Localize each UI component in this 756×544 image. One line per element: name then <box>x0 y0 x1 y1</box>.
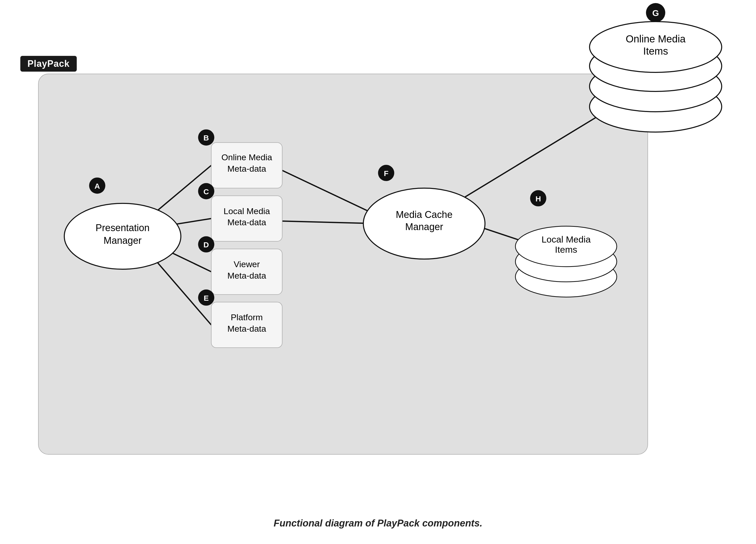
svg-text:Local Media: Local Media <box>542 235 591 245</box>
svg-text:Online Media: Online Media <box>626 33 686 44</box>
svg-text:Online Media: Online Media <box>221 152 272 162</box>
svg-text:A: A <box>95 182 100 190</box>
svg-text:Local Media: Local Media <box>224 206 270 216</box>
svg-text:C: C <box>204 188 209 196</box>
svg-text:F: F <box>384 169 388 178</box>
svg-text:Meta-data: Meta-data <box>227 164 266 174</box>
svg-text:Media Cache: Media Cache <box>396 209 453 220</box>
app-label: PlayPack <box>20 56 77 72</box>
svg-text:Viewer: Viewer <box>234 259 260 269</box>
svg-line-4 <box>282 171 379 216</box>
svg-text:G: G <box>652 8 659 18</box>
svg-text:Platform: Platform <box>231 312 263 322</box>
svg-text:Items: Items <box>643 45 668 57</box>
svg-text:B: B <box>204 134 209 142</box>
svg-text:Meta-data: Meta-data <box>227 271 266 280</box>
svg-text:Presentation: Presentation <box>96 223 150 233</box>
svg-text:Manager: Manager <box>104 235 142 246</box>
svg-text:H: H <box>535 195 541 203</box>
svg-text:Meta-data: Meta-data <box>227 324 266 333</box>
svg-text:Manager: Manager <box>405 222 443 232</box>
svg-text:D: D <box>204 241 209 249</box>
svg-text:Meta-data: Meta-data <box>227 218 266 227</box>
svg-text:E: E <box>204 294 209 302</box>
caption: Functional diagram of PlayPack component… <box>274 518 482 529</box>
svg-text:Items: Items <box>555 245 577 255</box>
